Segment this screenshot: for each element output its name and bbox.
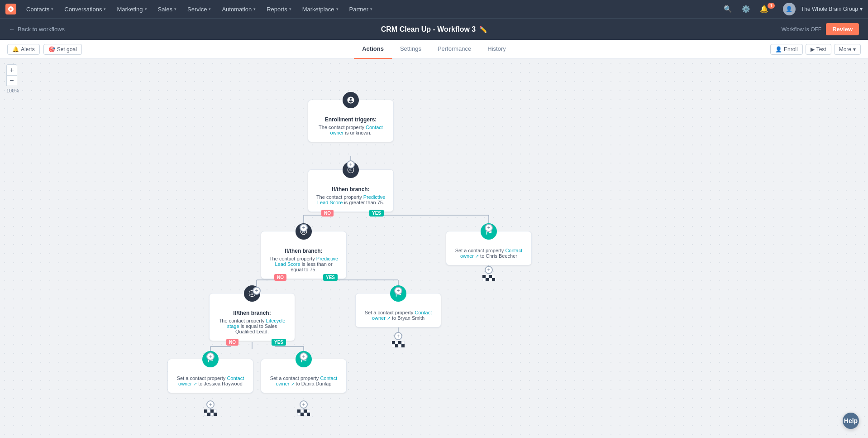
chevron-down-icon: ▾ xyxy=(104,7,106,11)
sub-header-right: 👤 Enroll ▶ Test More ▾ xyxy=(770,44,861,55)
chevron-down-icon: ▾ xyxy=(209,7,211,11)
back-arrow-icon: ← xyxy=(9,26,15,33)
setprop-node-dania[interactable]: Set a contact property Contact owner ↗ t… xyxy=(261,359,347,393)
tab-history[interactable]: History xyxy=(479,40,514,59)
nav-marketplace[interactable]: Marketplace▾ xyxy=(298,0,343,18)
ifthen-branch-node-1[interactable]: ⚖ If/then branch: The contact property P… xyxy=(308,169,394,212)
chevron-down-icon: ▾ xyxy=(370,7,372,11)
branch-yes-label-2: YES xyxy=(323,274,338,281)
setprop2-external-link-icon[interactable]: ↗ xyxy=(387,316,391,321)
add-action-connector-7[interactable]: + xyxy=(300,352,308,361)
nav-right-area: 🔍 ⚙️ 🔔 1 👤 The Whole Brain Group ▾ xyxy=(721,3,863,15)
setprop3-text: Set a contact property Contact owner ↗ t… xyxy=(175,375,246,386)
add-action-connector-4[interactable]: + xyxy=(253,287,261,295)
enroll-icon: 👤 xyxy=(775,46,782,53)
nav-partner[interactable]: Partner▾ xyxy=(345,0,377,18)
nav-sales[interactable]: Sales▾ xyxy=(153,0,181,18)
branch-no-label-2: NO xyxy=(274,274,286,281)
review-button[interactable]: Review xyxy=(826,23,859,35)
nav-automation[interactable]: Automation▾ xyxy=(217,0,260,18)
top-nav: Contacts▾ Conversations▾ Marketing▾ Sale… xyxy=(0,0,868,18)
setprop3-external-link-icon[interactable]: ↗ xyxy=(193,381,197,386)
add-action-connector-1[interactable]: + xyxy=(347,160,355,168)
add-action-connector-3[interactable]: + xyxy=(485,224,493,232)
workflow-status: Workflow is OFF xyxy=(782,26,821,33)
workflow-title-area: CRM Clean Up - Workflow 3 ✏️ xyxy=(381,25,487,34)
nav-conversations[interactable]: Conversations▾ xyxy=(60,0,110,18)
add-action-connector-11[interactable]: + xyxy=(300,400,308,409)
user-avatar[interactable]: 👤 xyxy=(783,3,796,15)
ifthen2-text: The contact property Predictive Lead Sco… xyxy=(268,256,339,272)
setprop-node-bryan[interactable]: Set a contact property Contact owner ↗ t… xyxy=(355,293,441,327)
tab-actions[interactable]: Actions xyxy=(354,40,392,59)
chevron-down-icon: ▾ xyxy=(145,7,147,11)
nav-reports[interactable]: Reports▾ xyxy=(262,0,296,18)
chevron-down-icon: ▾ xyxy=(853,46,856,53)
back-to-workflows-link[interactable]: ← Back to workflows xyxy=(9,26,65,33)
test-icon: ▶ xyxy=(811,46,815,53)
add-action-connector-5[interactable]: + xyxy=(394,287,402,295)
chevron-down-icon: ▾ xyxy=(860,6,863,12)
chevron-down-icon: ▾ xyxy=(336,7,339,11)
ifthen-branch-node-3[interactable]: ⚖ If/then branch: The contact property L… xyxy=(209,293,295,341)
ifthen3-text: The contact property Lifecycle stage is … xyxy=(217,318,287,334)
sub-header-tabs: Actions Settings Performance History xyxy=(354,40,514,59)
ifthen2-label: If/then branch: xyxy=(268,248,339,254)
chevron-down-icon: ▾ xyxy=(289,7,291,11)
search-icon[interactable]: 🔍 xyxy=(721,3,734,15)
nav-contacts[interactable]: Contacts▾ xyxy=(22,0,58,18)
tab-performance[interactable]: Performance xyxy=(429,40,479,59)
nav-service[interactable]: Service▾ xyxy=(183,0,215,18)
setprop1-text: Set a contact property Contact owner ↗ t… xyxy=(453,248,524,259)
chevron-down-icon: ▾ xyxy=(253,7,256,11)
trigger-header: Enrollment triggers: xyxy=(315,116,386,123)
edit-pencil-icon[interactable]: ✏️ xyxy=(479,26,487,33)
branch-no-label-1: NO xyxy=(321,210,334,217)
ifthen-branch-node-2[interactable]: ⚖ If/then branch: The contact property P… xyxy=(261,231,347,279)
workflow-header: ← Back to workflows CRM Clean Up - Workf… xyxy=(0,18,868,40)
more-button[interactable]: More ▾ xyxy=(834,44,861,55)
bell-icon: 🔔 xyxy=(12,46,19,53)
zoom-in-button[interactable]: + xyxy=(6,64,17,75)
add-action-connector-10[interactable]: + xyxy=(206,400,215,409)
add-action-connector-2[interactable]: + xyxy=(300,224,308,232)
setprop-node-jessica[interactable]: Set a contact property Contact owner ↗ t… xyxy=(167,359,253,393)
chevron-down-icon: ▾ xyxy=(174,7,176,11)
sub-header-left: 🔔 Alerts 🎯 Set goal xyxy=(7,44,82,55)
hubspot-logo[interactable] xyxy=(5,4,16,14)
ifthen3-label: If/then branch: xyxy=(217,310,287,316)
end-flag-4 xyxy=(297,409,310,416)
nav-marketing[interactable]: Marketing▾ xyxy=(112,0,151,18)
setprop1-external-link-icon[interactable]: ↗ xyxy=(475,254,479,259)
tab-settings[interactable]: Settings xyxy=(392,40,429,59)
zoom-controls: + − 100% xyxy=(6,64,19,93)
add-action-connector-8[interactable]: + xyxy=(485,266,493,274)
workflow-title: CRM Clean Up - Workflow 3 xyxy=(381,25,476,34)
setprop2-text: Set a contact property Contact owner ↗ t… xyxy=(363,310,434,321)
notification-count: 1 xyxy=(768,3,775,9)
notifications-area: 🔔 1 xyxy=(758,3,777,15)
ifthen1-label: If/then branch: xyxy=(315,186,386,193)
goal-icon: 🎯 xyxy=(48,46,55,53)
settings-icon[interactable]: ⚙️ xyxy=(739,3,752,15)
trigger-node[interactable]: Enrollment triggers: The contact propert… xyxy=(308,100,394,142)
add-action-connector-9[interactable]: + xyxy=(394,332,402,340)
alerts-button[interactable]: 🔔 Alerts xyxy=(7,44,40,55)
setprop4-external-link-icon[interactable]: ↗ xyxy=(291,381,295,386)
end-flag-2 xyxy=(392,341,405,347)
end-flag-3 xyxy=(204,409,217,416)
help-button[interactable]: Help xyxy=(843,413,859,429)
workflow-canvas-area: + − 100% xyxy=(0,59,868,438)
trigger-icon xyxy=(343,92,359,108)
test-button[interactable]: ▶ Test xyxy=(806,44,831,55)
ifthen1-text: The contact property Predictive Lead Sco… xyxy=(315,194,386,205)
zoom-level: 100% xyxy=(6,88,19,93)
trigger-text: The contact property Contact owner is un… xyxy=(315,125,386,135)
setprop-node-chris[interactable]: Set a contact property Contact owner ↗ t… xyxy=(446,231,532,265)
add-action-connector-6[interactable]: + xyxy=(206,352,215,361)
enroll-button[interactable]: 👤 Enroll xyxy=(770,44,803,55)
end-flag-1 xyxy=(482,275,495,281)
company-name[interactable]: The Whole Brain Group ▾ xyxy=(801,6,863,12)
zoom-out-button[interactable]: − xyxy=(6,75,17,86)
set-goal-button[interactable]: 🎯 Set goal xyxy=(43,44,82,55)
